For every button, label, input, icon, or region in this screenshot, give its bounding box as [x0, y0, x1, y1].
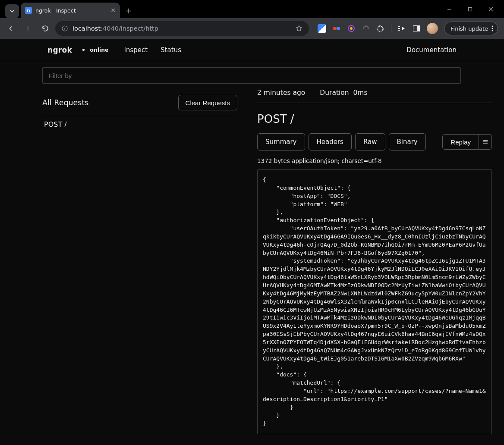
tab-close-button[interactable]: ✕ [110, 7, 116, 14]
svg-point-15 [492, 28, 493, 29]
window-controls [439, 0, 501, 18]
browser-tab[interactable]: n ngrok - Inspect ✕ [21, 3, 120, 18]
close-window-button[interactable] [481, 0, 501, 18]
detail-panel: 2 minutes ago Duration 0ms POST / Summar… [245, 67, 504, 445]
status-dot-icon [82, 49, 85, 51]
extension-icon-1[interactable] [318, 24, 326, 33]
brand-logo[interactable]: ngrok [47, 46, 72, 54]
duration-label: Duration [320, 89, 349, 97]
request-age: 2 minutes ago [257, 89, 305, 97]
profile-avatar[interactable] [427, 23, 438, 34]
replay-dropdown-button[interactable] [479, 134, 492, 150]
extension-icon-3[interactable] [347, 24, 356, 33]
url-text: localhost:4040/inspect/http [72, 25, 158, 32]
request-body[interactable]: { "commonEventObject": { "hostApp": "DOC… [257, 169, 492, 434]
minimize-button[interactable] [439, 0, 459, 18]
body-meta: 1372 bytes application/json; charset=utf… [257, 150, 492, 169]
tab-search-button[interactable] [5, 4, 19, 18]
tab-summary[interactable]: Summary [257, 133, 305, 150]
url-bar[interactable]: localhost:4040/inspect/http [55, 21, 309, 36]
tab-headers[interactable]: Headers [309, 133, 352, 150]
media-control-icon[interactable] [397, 24, 406, 33]
tab-title: ngrok - Inspect [35, 7, 76, 14]
ngrok-header: ngrok online Inspect Status Documentatio… [0, 39, 504, 61]
tab-strip: n ngrok - Inspect ✕ + [0, 0, 504, 18]
extension-icon-4[interactable] [362, 24, 370, 33]
requests-panel: All Requests Clear Requests POST / [42, 89, 245, 445]
request-list-item[interactable]: POST / [42, 115, 237, 134]
nav-documentation[interactable]: Documentation [406, 46, 457, 54]
requests-title: All Requests [42, 98, 88, 107]
extensions-menu-icon[interactable] [376, 24, 385, 33]
kebab-icon [491, 25, 493, 31]
svg-rect-11 [398, 30, 400, 31]
svg-rect-10 [398, 28, 400, 29]
browser-chrome: n ngrok - Inspect ✕ + localhost:4040/ins… [0, 0, 504, 39]
request-title: POST / [257, 103, 492, 133]
svg-point-6 [337, 27, 340, 30]
extension-icons: Finish update [312, 22, 501, 35]
request-meta: 2 minutes ago Duration 0ms [257, 85, 492, 103]
duration-value: 0ms [353, 89, 367, 97]
reload-button[interactable] [38, 21, 53, 36]
side-panel-icon[interactable] [412, 24, 421, 33]
back-button[interactable] [3, 21, 18, 36]
svg-rect-1 [468, 7, 472, 11]
finish-update-label: Finish update [450, 25, 488, 32]
new-tab-button[interactable]: + [123, 4, 135, 16]
svg-point-8 [350, 27, 353, 30]
bookmark-icon[interactable] [295, 25, 303, 32]
maximize-button[interactable] [460, 0, 480, 18]
browser-toolbar: localhost:4040/inspect/http Finish updat… [0, 18, 504, 39]
svg-point-14 [492, 26, 493, 27]
tab-raw[interactable]: Raw [355, 133, 385, 150]
hamburger-icon [483, 140, 488, 144]
view-tabs: Summary Headers Raw Binary Replay [257, 133, 492, 150]
forward-button[interactable] [21, 21, 35, 36]
replay-button[interactable]: Replay [442, 134, 479, 150]
svg-rect-13 [417, 26, 419, 31]
svg-rect-9 [398, 26, 400, 27]
clear-requests-button[interactable]: Clear Requests [178, 95, 237, 110]
favicon-icon: n [25, 7, 32, 14]
tab-binary[interactable]: Binary [389, 133, 426, 150]
svg-point-5 [333, 27, 337, 30]
nav-status[interactable]: Status [161, 46, 181, 54]
svg-point-16 [492, 30, 493, 31]
nav-inspect[interactable]: Inspect [124, 46, 148, 54]
content: All Requests Clear Requests POST / 2 min… [0, 61, 504, 445]
finish-update-button[interactable]: Finish update [444, 22, 498, 35]
page: ngrok online Inspect Status Documentatio… [0, 39, 504, 445]
status-text: online [90, 47, 108, 53]
extension-icon-2[interactable] [332, 24, 341, 33]
site-info-icon[interactable] [61, 25, 68, 32]
